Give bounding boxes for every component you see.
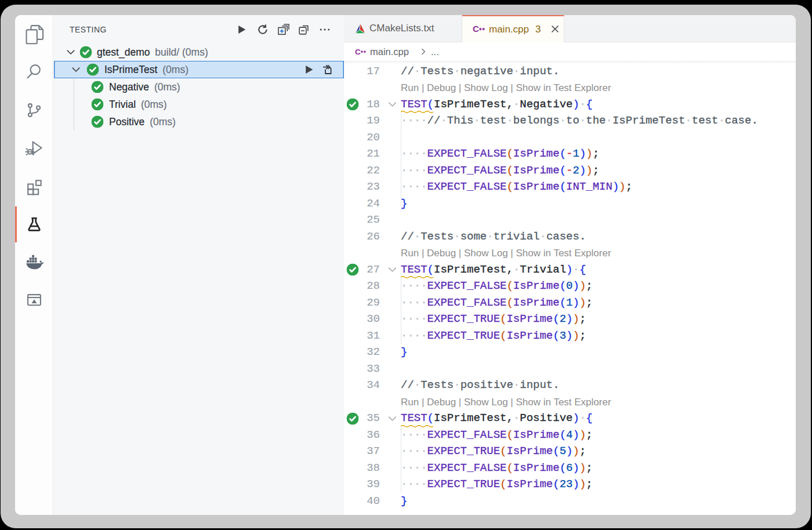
svg-text:C: C: [473, 24, 479, 34]
svg-text:C: C: [355, 48, 361, 56]
